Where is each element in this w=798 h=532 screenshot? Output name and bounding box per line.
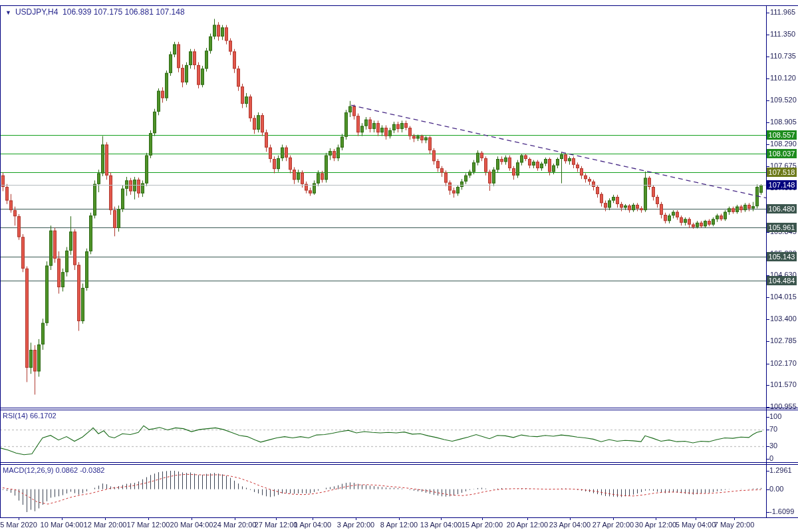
price-axis-label: 100.955 [770, 402, 797, 410]
time-axis-label: 12 Mar 20:00 [84, 521, 127, 529]
time-axis-label: 27 Mar 12:00 [255, 521, 298, 529]
time-axis-label: 5 Mar 2020 [0, 521, 37, 529]
price-chart-canvas[interactable] [0, 0, 798, 532]
price-axis-label: 108.905 [770, 118, 797, 126]
price-axis-label: 104.015 [770, 293, 797, 301]
bid-price-tag: 107.148 [767, 180, 797, 190]
symbol-period-label: USDJPY,H4 [15, 7, 58, 17]
price-axis-label: 111.965 [770, 8, 795, 16]
time-axis-label: 27 Apr 20:00 [593, 521, 634, 529]
macd-indicator-label: MACD(12,26,9) 0.0862 -0.0382 [3, 466, 104, 474]
time-axis-label: 30 Apr 12:00 [635, 521, 676, 529]
price-axis-label: 110.735 [770, 52, 796, 60]
time-axis-label: 17 Mar 12:00 [127, 521, 170, 529]
rsi-axis-label: 70 [769, 425, 777, 433]
rsi-axis-label: 0 [769, 454, 773, 462]
rsi-indicator-label: RSI(14) 66.1702 [3, 412, 57, 420]
time-axis-label: 7 May 20:00 [714, 521, 755, 529]
price-axis-label: 110.120 [770, 74, 796, 82]
price-axis-label: 111.350 [770, 30, 795, 38]
rsi-axis-label: 100 [769, 412, 781, 420]
price-axis-label: 108.290 [770, 140, 797, 148]
time-axis-label: 23 Apr 04:00 [549, 521, 591, 529]
time-axis-label: 13 Apr 04:00 [420, 521, 462, 529]
macd-axis-label: 0.00 [769, 485, 783, 493]
price-axis-label: 103.400 [770, 315, 797, 323]
macd-axis-label: -1.6099 [769, 507, 794, 515]
price-level-tag: 106.480 [767, 204, 797, 213]
time-axis-label: 1 Apr 04:00 [294, 521, 331, 529]
ohlc-readout: 106.939 107.175 106.881 107.148 [63, 7, 185, 17]
price-level-tag: 104.484 [767, 276, 797, 285]
time-axis-label: 10 Mar 04:00 [41, 521, 84, 529]
chart-title: ▼USDJPY,H4 106.939 107.175 106.881 107.1… [5, 7, 185, 17]
time-axis-label: 24 Mar 20:00 [213, 521, 257, 529]
time-axis-label: 20 Mar 04:00 [170, 521, 213, 529]
price-level-tag: 105.961 [767, 223, 797, 232]
time-axis-label: 3 Apr 20:00 [337, 521, 374, 529]
time-axis-label: 20 Apr 12:00 [507, 521, 548, 529]
price-axis-label: 109.520 [770, 96, 797, 104]
price-level-tag: 108.037 [767, 149, 797, 158]
price-level-tag: 107.518 [767, 168, 797, 177]
price-axis-label: 101.570 [770, 380, 797, 388]
time-axis-label: 8 Apr 12:00 [380, 521, 418, 529]
price-level-tag: 108.557 [767, 130, 797, 140]
macd-axis-label: 1.2961 [769, 466, 792, 474]
time-axis-label: 15 Apr 20:00 [462, 521, 503, 529]
rsi-axis-label: 30 [769, 442, 777, 450]
price-level-tag: 105.143 [767, 252, 797, 261]
price-axis-label: 102.785 [770, 336, 797, 344]
price-axis-label: 102.170 [770, 359, 797, 367]
trading-chart-window: { "header": { "expand_icon": "▼", "symbo… [0, 0, 798, 532]
chart-expand-triangle-icon[interactable]: ▼ [5, 9, 11, 16]
time-axis-label: 5 May 04:00 [676, 521, 716, 529]
